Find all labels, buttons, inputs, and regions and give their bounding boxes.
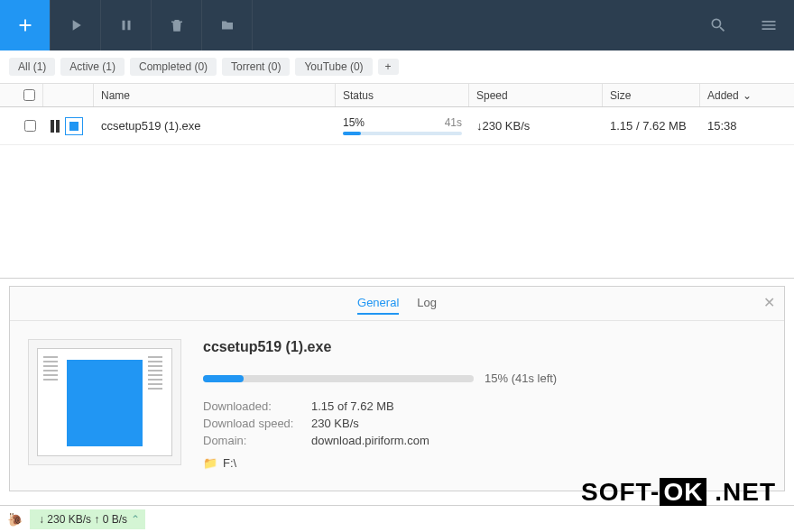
folder-icon: 📁 bbox=[203, 456, 217, 470]
filter-all[interactable]: All (1) bbox=[9, 58, 55, 76]
tab-general[interactable]: General bbox=[357, 292, 399, 315]
domain-value: download.piriform.com bbox=[311, 434, 429, 447]
speed-indicator[interactable]: ↓ 230 KB/s ↑ 0 B/s ⌃ bbox=[30, 509, 145, 529]
row-checkbox[interactable] bbox=[24, 120, 36, 132]
filter-torrent[interactable]: Torrent (0) bbox=[222, 58, 290, 76]
detail-progress-text: 15% (41s left) bbox=[485, 371, 557, 385]
tab-log[interactable]: Log bbox=[417, 292, 437, 315]
add-button[interactable] bbox=[0, 0, 51, 50]
detail-filename: ccsetup519 (1).exe bbox=[203, 339, 766, 355]
table-row[interactable]: ccsetup519 (1).exe 15%41s ↓230 KB/s 1.15… bbox=[0, 107, 794, 145]
select-all-checkbox[interactable] bbox=[23, 89, 35, 101]
column-status[interactable]: Status bbox=[336, 84, 469, 106]
column-size[interactable]: Size bbox=[603, 84, 700, 106]
column-name[interactable]: Name bbox=[94, 84, 336, 106]
menu-button[interactable] bbox=[743, 0, 794, 50]
row-size: 1.15 / 7.62 MB bbox=[603, 119, 700, 133]
pause-icon[interactable] bbox=[51, 120, 60, 133]
watermark: SOFT-OK .NET bbox=[581, 478, 776, 507]
row-filename: ccsetup519 (1).exe bbox=[94, 119, 336, 133]
file-preview bbox=[28, 339, 181, 465]
snail-icon[interactable]: 🐌 bbox=[7, 512, 23, 527]
pause-button[interactable] bbox=[101, 0, 152, 50]
detail-panel: General Log ✕ ccsetup519 (1).exe 15% (41… bbox=[9, 286, 785, 491]
row-status: 15%41s bbox=[336, 116, 469, 135]
row-added: 15:38 bbox=[700, 119, 754, 133]
speed-label: Download speed: bbox=[203, 417, 311, 430]
downloaded-label: Downloaded: bbox=[203, 399, 311, 413]
speed-value: 230 KB/s bbox=[311, 417, 359, 430]
add-filter-button[interactable]: + bbox=[378, 59, 399, 75]
play-button[interactable] bbox=[51, 0, 101, 50]
save-location[interactable]: 📁 F:\ bbox=[203, 456, 766, 470]
table-header: Name Status Speed Size Added⌄ bbox=[0, 84, 794, 107]
column-speed[interactable]: Speed bbox=[469, 84, 603, 106]
chevron-down-icon: ⌄ bbox=[743, 89, 752, 102]
filter-youtube[interactable]: YouTube (0) bbox=[295, 58, 372, 76]
domain-label: Domain: bbox=[203, 434, 311, 447]
search-button[interactable] bbox=[693, 0, 743, 50]
move-button[interactable] bbox=[202, 0, 253, 50]
file-icon bbox=[65, 117, 83, 135]
downloaded-value: 1.15 of 7.62 MB bbox=[311, 399, 394, 413]
downloads-list[interactable]: ccsetup519 (1).exe 15%41s ↓230 KB/s 1.15… bbox=[0, 107, 794, 279]
close-detail-button[interactable]: ✕ bbox=[763, 294, 775, 311]
filter-active[interactable]: Active (1) bbox=[60, 58, 125, 76]
detail-progress-bar bbox=[203, 375, 474, 382]
row-speed: ↓230 KB/s bbox=[469, 119, 603, 133]
filter-tabs: All (1) Active (1) Completed (0) Torrent… bbox=[0, 50, 794, 84]
column-added[interactable]: Added⌄ bbox=[700, 84, 754, 106]
progress-fill bbox=[343, 132, 361, 135]
filter-completed[interactable]: Completed (0) bbox=[130, 58, 217, 76]
main-toolbar bbox=[0, 0, 794, 50]
delete-button[interactable] bbox=[152, 0, 202, 50]
status-bar: 🐌 ↓ 230 KB/s ↑ 0 B/s ⌃ bbox=[0, 505, 794, 532]
